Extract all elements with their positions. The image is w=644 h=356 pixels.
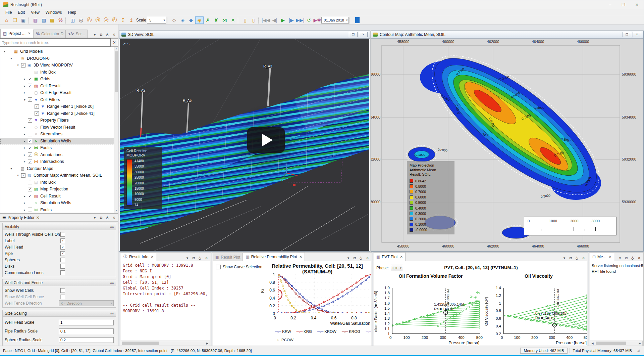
relperm-plot-area[interactable] xyxy=(277,274,371,314)
tree-checkbox[interactable] xyxy=(28,125,32,129)
curve-calculator-button[interactable]: % xyxy=(56,16,65,24)
close-panel-icon[interactable]: ✕ xyxy=(365,255,370,261)
tree-checkbox[interactable] xyxy=(21,173,25,178)
horizontal-scrollbar[interactable]: ▶ xyxy=(121,341,210,346)
property-checkbox[interactable] xyxy=(60,238,65,243)
tab-scripts[interactable]: </> Scr... xyxy=(65,30,88,38)
float-panel-icon[interactable]: ⧉ xyxy=(98,32,104,38)
plot-manager-button[interactable]: ▩ xyxy=(48,16,56,24)
maximize-button[interactable]: ❐ xyxy=(617,0,630,9)
menu-item[interactable]: File xyxy=(2,9,15,15)
close-icon[interactable]: ✕ xyxy=(299,255,302,259)
property-select[interactable]: K - Direction xyxy=(59,300,114,306)
close-icon[interactable]: ✕ xyxy=(28,32,31,35)
tree-checkbox[interactable] xyxy=(28,118,32,123)
scroll-left-icon[interactable]: ◀ xyxy=(590,341,595,346)
animation-settings-button[interactable]: ▶✱ xyxy=(313,16,321,24)
tree-row[interactable]: Property Filters xyxy=(0,117,114,124)
expander-icon[interactable] xyxy=(22,139,27,143)
separator[interactable] xyxy=(65,17,68,24)
view-from-west-button[interactable]: Ⓦ xyxy=(102,16,110,24)
tab-pvt-plot[interactable]: ▥ PVT Plot ✕ xyxy=(374,252,406,261)
create-well-path-button[interactable]: ✗ xyxy=(204,16,212,24)
legend-entry[interactable]: ─○─ KROW xyxy=(317,329,336,333)
scroll-thumb[interactable] xyxy=(115,51,118,92)
tree-checkbox[interactable] xyxy=(28,146,32,150)
tab-messages[interactable]: ⊡ Me... ✕ xyxy=(590,252,614,261)
measure-polyline-button[interactable]: ▯ xyxy=(249,16,258,24)
expander-icon[interactable] xyxy=(22,84,27,88)
tree-row[interactable]: Simulation Wells xyxy=(0,138,114,145)
tree-checkbox[interactable] xyxy=(28,201,32,205)
view-from-above-button[interactable]: ↧ xyxy=(119,16,127,24)
tree-row[interactable]: Contour Map: Arithmetic Mean, SOIL xyxy=(0,172,114,179)
tree-row[interactable]: Info Box xyxy=(0,179,114,186)
phase-combo[interactable]: Oil xyxy=(391,265,403,271)
tree-row[interactable]: Cell Filters xyxy=(0,96,114,103)
close-button[interactable]: ✕ xyxy=(630,0,644,9)
tree-checkbox[interactable] xyxy=(28,187,32,191)
tree-checkbox[interactable] xyxy=(35,104,39,109)
animation-skip-to-end-button[interactable]: ▶▶| xyxy=(296,16,305,24)
tree-checkbox[interactable] xyxy=(28,139,32,143)
collapse-icon[interactable]: ∧∧ xyxy=(110,281,114,284)
tree-row[interactable]: Contour Maps xyxy=(0,165,114,172)
tree-checkbox[interactable] xyxy=(28,152,32,157)
contour-map-titlebar[interactable]: Contour Map: Arithmetic Mean, SOIL ❐ ✕ xyxy=(371,31,643,39)
separator[interactable] xyxy=(258,17,261,24)
pin-panel-icon[interactable]: ⚲ xyxy=(630,255,636,261)
resize-grip[interactable]: ◢ xyxy=(637,349,641,353)
tree-row[interactable]: Grid Models xyxy=(0,48,114,55)
tab-result-plot[interactable]: ▥ Result Plot xyxy=(213,253,243,261)
expander-icon[interactable] xyxy=(22,98,27,101)
tree-row[interactable]: Info Box xyxy=(0,69,114,76)
float-panel-icon[interactable]: ⧉ xyxy=(624,255,629,261)
pin-panel-icon[interactable]: ⚲ xyxy=(105,215,110,221)
separator[interactable] xyxy=(167,17,169,24)
animation-step-forward-button[interactable]: |▶ xyxy=(287,16,296,24)
expander-icon[interactable] xyxy=(22,208,27,212)
menu-item[interactable]: Windows xyxy=(43,9,65,15)
measure-distance-button[interactable]: ▯ xyxy=(241,16,249,24)
tree-row[interactable]: Streamlines xyxy=(0,131,114,138)
show-curve-selection[interactable]: Show Curve Selection xyxy=(216,265,262,269)
legend-entry[interactable]: ─○─ KRW xyxy=(275,329,291,333)
animation-skip-to-start-button[interactable]: |◀◀ xyxy=(261,16,270,24)
tree-checkbox[interactable] xyxy=(28,84,32,88)
tree-row[interactable]: Range Filter 1 [I-slice 20] xyxy=(0,103,114,110)
property-checkbox[interactable] xyxy=(60,251,65,256)
tree-checkbox[interactable] xyxy=(28,132,32,136)
tree-row[interactable]: Range Filter 2 [J-slice 41] xyxy=(0,110,114,117)
property-checkbox[interactable] xyxy=(60,258,65,262)
tree-row[interactable]: Flow Vector Result xyxy=(0,124,114,131)
search-clear-button[interactable]: X xyxy=(111,38,118,47)
tab-overflow-icon[interactable]: ▾ xyxy=(92,32,98,38)
tab-relperm-plot[interactable]: ▥ Relative Permeability Plot ✕ xyxy=(243,252,305,261)
show-faults-button[interactable]: ◆ xyxy=(187,16,195,24)
scroll-thumb[interactable] xyxy=(596,342,626,345)
close-panel-icon[interactable]: ✕ xyxy=(204,255,209,261)
scroll-right-icon[interactable]: ▶ xyxy=(637,341,642,346)
separator[interactable] xyxy=(28,17,31,24)
view-from-below-button[interactable]: ↥ xyxy=(127,16,136,24)
panel-menu-icon[interactable]: ▾ xyxy=(617,255,623,261)
summary-plot-button[interactable]: ▤ xyxy=(40,16,48,24)
collapse-icon[interactable]: ∧∧ xyxy=(110,312,114,315)
scale-combo[interactable]: 5 xyxy=(147,17,166,24)
timestep-combo[interactable]: 01.Jan 2018 xyxy=(321,17,349,24)
save-project-button[interactable]: ▣ xyxy=(19,16,28,24)
expander-icon[interactable] xyxy=(22,201,27,205)
animation-repeat-button[interactable]: ↺ xyxy=(305,16,313,24)
restore-window-icon[interactable]: ❐ xyxy=(623,32,631,37)
pin-panel-icon[interactable]: ⚲ xyxy=(197,255,203,261)
tree-checkbox[interactable] xyxy=(28,70,32,74)
scroll-up-icon[interactable]: ▲ xyxy=(114,47,118,51)
tab-project-tree[interactable]: ▤ Project ... ✕ xyxy=(0,29,33,38)
pin-panel-icon[interactable]: ⚲ xyxy=(105,32,110,38)
close-icon[interactable]: ✕ xyxy=(609,255,611,259)
tab-result-info[interactable]: ⓘ Result Info ✕ xyxy=(121,252,156,261)
3d-viewport[interactable]: Z: 5 R_A2 R_A3 R_A5 Cell Results: MOBPOR… xyxy=(120,39,369,251)
float-panel-icon[interactable]: ⧉ xyxy=(191,255,197,261)
menu-item[interactable]: View xyxy=(28,9,43,15)
tab-calculator[interactable]: % Calculator D... xyxy=(33,30,65,38)
